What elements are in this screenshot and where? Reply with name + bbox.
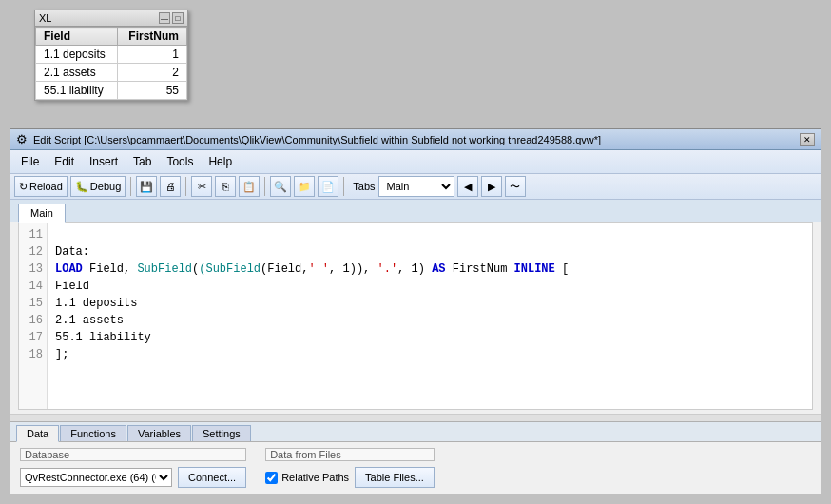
menu-tools[interactable]: Tools [160, 152, 200, 171]
float-table-widget: XL — □ Field FirstNum 1.1 deposits 1 2.1… [34, 10, 188, 101]
menu-help[interactable]: Help [202, 152, 239, 171]
separator1 [130, 177, 131, 196]
row1-field: 1.1 deposits [36, 46, 118, 64]
bottom-panel: Data Functions Variables Settings Databa… [10, 421, 821, 494]
widget-titlebar: XL — □ [35, 10, 187, 27]
row3-field: 55.1 liability [36, 82, 118, 100]
reload-icon: ↻ [19, 181, 28, 193]
main-tab[interactable]: Main [18, 204, 66, 223]
widget-minimize-icon[interactable]: — [159, 12, 170, 24]
reload-button[interactable]: ↻ Reload [14, 176, 68, 197]
bottom-content: Database QvRestConnector.exe (64) (Qlik … [10, 442, 821, 494]
relative-paths-checkbox[interactable] [265, 472, 278, 484]
toolbar: ↻ Reload 🐛 Debug 💾 🖨 ✂ ⎘ 📋 🔍 📁 📄 Tabs Ma… [10, 174, 821, 200]
database-section: Database QvRestConnector.exe (64) (Qlik … [20, 448, 246, 488]
horizontal-scrollbar[interactable] [10, 414, 821, 421]
menu-insert[interactable]: Insert [83, 152, 125, 171]
tab-functions[interactable]: Functions [60, 425, 126, 441]
cut-icon-btn[interactable]: ✂ [191, 176, 212, 197]
nav-next-icon[interactable]: ▶ [481, 176, 502, 197]
table-files-button[interactable]: Table Files... [355, 467, 435, 488]
bottom-tabs: Data Functions Variables Settings [10, 422, 821, 442]
widget-table: Field FirstNum 1.1 deposits 1 2.1 assets… [35, 27, 187, 100]
relative-paths-label: Relative Paths [281, 472, 349, 483]
separator3 [264, 177, 265, 196]
connect-button[interactable]: Connect... [178, 467, 246, 488]
debug-label: Debug [90, 181, 121, 192]
widget-maximize-icon[interactable]: □ [172, 12, 184, 24]
print-icon-btn[interactable]: 🖨 [160, 176, 181, 197]
menu-tab[interactable]: Tab [126, 152, 158, 171]
table-row: 2.1 assets 2 [36, 64, 187, 82]
debug-button[interactable]: 🐛 Debug [70, 176, 126, 197]
tab-bar: Main [10, 200, 821, 222]
editor-titlebar: ⚙ Edit Script [C:\Users\pcammaert\Docume… [10, 129, 821, 150]
find-icon-btn[interactable]: 🔍 [270, 176, 291, 197]
copy-icon-btn[interactable]: ⎘ [215, 176, 236, 197]
files-row: Relative Paths Table Files... [265, 467, 435, 488]
folder-icon-btn[interactable]: 📁 [294, 176, 315, 197]
database-section-title: Database [20, 448, 246, 461]
table-row: 1.1 deposits 1 [36, 46, 187, 64]
menu-bar: File Edit Insert Tab Tools Help [10, 150, 821, 174]
reload-label: Reload [29, 181, 63, 192]
data-from-files-title: Data from Files [265, 448, 435, 461]
editor-title: Edit Script [C:\Users\pcammaert\Document… [33, 134, 601, 145]
tabs-dropdown[interactable]: Main [378, 176, 454, 197]
col-field: Field [36, 28, 118, 46]
save-icon-btn[interactable]: 💾 [136, 176, 157, 197]
col-firstnum: FirstNum [117, 28, 186, 46]
debug-icon: 🐛 [75, 181, 88, 193]
close-button[interactable]: ✕ [800, 133, 815, 146]
row3-firstnum: 55 [117, 82, 186, 100]
database-row: QvRestConnector.exe (64) (Qlik Connect..… [20, 467, 246, 488]
data-from-files-section: Data from Files Relative Paths Table Fil… [265, 448, 435, 488]
tab-settings[interactable]: Settings [192, 425, 251, 441]
row2-field: 2.1 assets [36, 64, 118, 82]
tab-variables[interactable]: Variables [127, 425, 191, 441]
menu-file[interactable]: File [14, 152, 46, 171]
line-numbers: 11 12 13 14 15 16 17 18 [19, 223, 48, 409]
editor-window: ⚙ Edit Script [C:\Users\pcammaert\Docume… [10, 128, 821, 494]
widget-title: XL [39, 12, 51, 24]
row2-firstnum: 2 [117, 64, 186, 82]
wave-icon[interactable]: 〜 [505, 176, 526, 197]
separator2 [185, 177, 186, 196]
menu-edit[interactable]: Edit [48, 152, 81, 171]
table-row: 55.1 liability 55 [36, 82, 187, 100]
nav-prev-icon[interactable]: ◀ [457, 176, 478, 197]
tabs-label: Tabs [353, 181, 375, 192]
row1-firstnum: 1 [117, 46, 186, 64]
database-dropdown[interactable]: QvRestConnector.exe (64) (Qlik [20, 468, 172, 487]
code-editor[interactable]: 11 12 13 14 15 16 17 18 Data: LOAD Field… [18, 222, 813, 410]
separator4 [343, 177, 344, 196]
code-content[interactable]: Data: LOAD Field, SubField((SubField(Fie… [48, 223, 812, 409]
widget-title-icons: — □ [159, 12, 184, 24]
tab-data[interactable]: Data [16, 425, 59, 442]
relative-paths-row: Relative Paths [265, 472, 349, 484]
script-icon-btn[interactable]: 📄 [318, 176, 338, 197]
paste-icon-btn[interactable]: 📋 [239, 176, 260, 197]
